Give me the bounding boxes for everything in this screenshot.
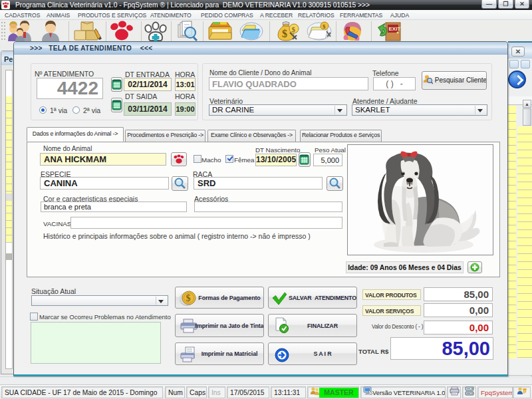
svg-text:$: $	[186, 293, 191, 303]
svg-text:$: $	[323, 23, 326, 30]
svg-text:$: $	[292, 25, 296, 33]
svg-text:$: $	[282, 28, 287, 39]
svg-text:EXIT: EXIT	[389, 26, 401, 32]
